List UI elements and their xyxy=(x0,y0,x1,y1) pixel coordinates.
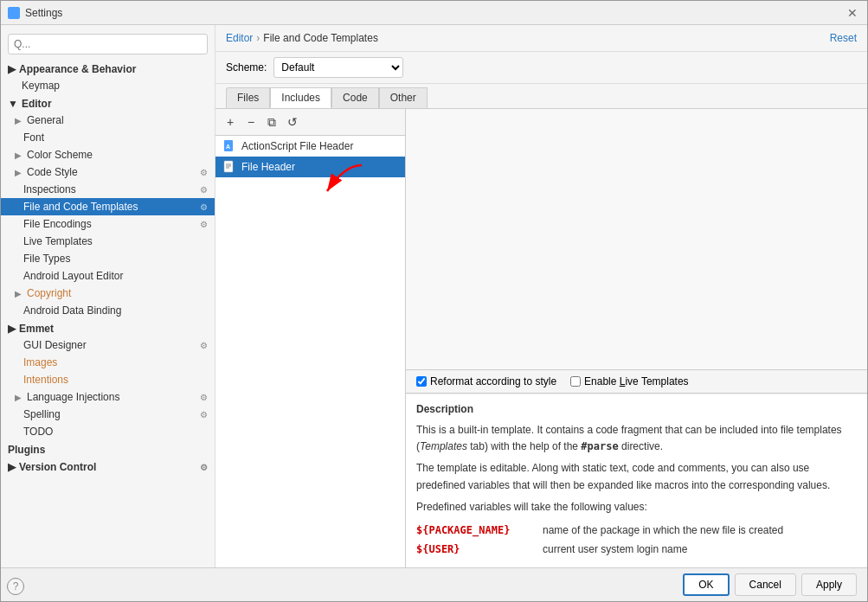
expand-arrow: ▶ xyxy=(8,63,16,75)
sidebar-item-label: Code Style xyxy=(27,166,78,178)
gear-icon: ⚙ xyxy=(200,168,208,177)
sidebar-item-label: Images xyxy=(23,356,57,368)
sidebar-item-intentions[interactable]: Intentions xyxy=(1,371,215,388)
breadcrumb-separator: › xyxy=(256,32,260,44)
scheme-select[interactable]: Default Project xyxy=(273,57,403,78)
live-templates-checkbox-label[interactable]: Enable Live Templates xyxy=(570,375,689,387)
ok-button[interactable]: OK xyxy=(683,573,729,596)
cancel-button[interactable]: Cancel xyxy=(735,573,796,596)
sidebar-item-language-injections[interactable]: ▶ Language Injections ⚙ xyxy=(1,388,215,406)
template-item-file-header[interactable]: File Header xyxy=(215,157,405,177)
sidebar-item-keymap[interactable]: Keymap xyxy=(1,77,215,94)
sidebar-item-color-scheme[interactable]: ▶ Color Scheme xyxy=(1,146,215,163)
live-templates-label: Enable Live Templates xyxy=(584,375,689,387)
tab-files[interactable]: Files xyxy=(226,87,270,108)
gear-icon: ⚙ xyxy=(200,393,208,402)
sidebar-item-plugins[interactable]: Plugins xyxy=(1,440,215,458)
svg-text:A: A xyxy=(226,144,230,150)
description-panel: Description This is a built-in template.… xyxy=(406,394,867,567)
sidebar-item-editor[interactable]: ▼ Editor xyxy=(1,94,215,112)
expand-arrow: ▶ xyxy=(15,150,23,160)
sidebar-item-copyright[interactable]: ▶ Copyright xyxy=(1,285,215,302)
expand-arrow: ▶ xyxy=(15,289,23,298)
sidebar: ▶ Appearance & Behavior Keymap ▼ Editor … xyxy=(1,25,215,567)
tab-other[interactable]: Other xyxy=(379,87,428,108)
help-button[interactable]: ? xyxy=(7,578,24,595)
copy-button[interactable]: ⧉ xyxy=(262,112,281,131)
tab-code[interactable]: Code xyxy=(331,87,379,108)
sidebar-item-appearance[interactable]: ▶ Appearance & Behavior xyxy=(1,60,215,77)
sidebar-item-label: GUI Designer xyxy=(23,339,87,351)
sidebar-item-label: Language Injections xyxy=(27,391,119,403)
reformat-checkbox-label[interactable]: Reformat according to style xyxy=(416,375,556,387)
sidebar-item-images[interactable]: Images xyxy=(1,354,215,371)
sidebar-item-font[interactable]: Font xyxy=(1,129,215,146)
app-icon xyxy=(8,7,20,19)
expand-arrow: ▶ xyxy=(15,116,23,125)
sidebar-item-inspections[interactable]: Inspections ⚙ xyxy=(1,181,215,198)
options-row: Reformat according to style Enable Live … xyxy=(406,369,867,394)
search-input[interactable] xyxy=(8,34,208,54)
reformat-checkbox[interactable] xyxy=(416,376,427,387)
sidebar-item-spelling[interactable]: Spelling ⚙ xyxy=(1,406,215,423)
editor-area: + − ⧉ ↺ A ActionScript File Header xyxy=(215,109,867,567)
gear-icon: ⚙ xyxy=(200,202,208,212)
template-file-icon: A xyxy=(222,139,236,153)
gear-icon: ⚙ xyxy=(200,185,208,195)
apply-button[interactable]: Apply xyxy=(801,573,857,596)
sidebar-item-emmet[interactable]: ▶ Emmet xyxy=(1,319,215,336)
breadcrumb: Editor › File and Code Templates Reset xyxy=(215,25,867,52)
sidebar-item-file-and-code-templates[interactable]: File and Code Templates ⚙ xyxy=(1,198,215,215)
description-text-1: This is a built-in template. It contains… xyxy=(416,422,857,455)
reset-button[interactable]: Reset xyxy=(830,32,857,44)
sidebar-item-android-layout-editor[interactable]: Android Layout Editor xyxy=(1,267,215,285)
footer: ? OK Cancel Apply xyxy=(1,567,867,601)
sidebar-item-label: File Types xyxy=(23,253,70,265)
sidebar-item-android-data-binding[interactable]: Android Data Binding xyxy=(1,302,215,319)
revert-button[interactable]: ↺ xyxy=(283,112,302,131)
expand-arrow: ▶ xyxy=(15,393,23,402)
sidebar-item-label: TODO xyxy=(23,426,53,438)
var-desc-1: name of the package in which the new fil… xyxy=(543,522,783,538)
sidebar-item-label: Inspections xyxy=(23,183,76,195)
gear-icon: ⚙ xyxy=(200,341,208,350)
gear-icon: ⚙ xyxy=(200,463,208,472)
var-row-2: ${USER} current user system login name xyxy=(416,541,857,557)
code-editor[interactable] xyxy=(406,109,867,369)
sidebar-item-label: Live Templates xyxy=(23,235,93,247)
live-templates-checkbox[interactable] xyxy=(570,376,581,387)
search-box xyxy=(1,29,215,60)
close-button[interactable]: ✕ xyxy=(845,5,860,21)
sidebar-item-version-control[interactable]: ▶ Version Control ⚙ xyxy=(1,458,215,475)
sidebar-item-live-templates[interactable]: Live Templates xyxy=(1,233,215,250)
reformat-label: Reformat according to style xyxy=(430,375,556,387)
var-name-2: ${USER} xyxy=(416,541,529,557)
toolbar: + − ⧉ ↺ xyxy=(215,109,405,136)
sidebar-item-label: Version Control xyxy=(19,461,96,473)
breadcrumb-path: Editor › File and Code Templates xyxy=(226,32,378,44)
sidebar-item-todo[interactable]: TODO xyxy=(1,423,215,440)
add-button[interactable]: + xyxy=(221,112,240,131)
tab-includes[interactable]: Includes xyxy=(270,87,331,108)
breadcrumb-current: File and Code Templates xyxy=(263,32,378,44)
sidebar-item-file-encodings[interactable]: File Encodings ⚙ xyxy=(1,215,215,233)
sidebar-item-label: Android Layout Editor xyxy=(23,270,123,282)
title-bar-left: Settings xyxy=(8,7,62,19)
description-text-3: Predefined variables will take the follo… xyxy=(416,499,857,516)
sidebar-item-code-style[interactable]: ▶ Code Style ⚙ xyxy=(1,163,215,181)
sidebar-item-label: File Encodings xyxy=(23,218,92,230)
var-row-1: ${PACKAGE_NAME} name of the package in w… xyxy=(416,522,857,538)
remove-button[interactable]: − xyxy=(241,112,260,131)
code-panel: Reformat according to style Enable Live … xyxy=(406,109,867,567)
sidebar-item-general[interactable]: ▶ General xyxy=(1,112,215,129)
sidebar-item-label: Android Data Binding xyxy=(23,304,121,317)
tabs-row: Files Includes Code Other xyxy=(215,84,867,109)
breadcrumb-parent[interactable]: Editor xyxy=(226,32,253,44)
sidebar-item-gui-designer[interactable]: GUI Designer ⚙ xyxy=(1,336,215,354)
description-text-2: The template is editable. Along with sta… xyxy=(416,460,857,493)
template-label: File Header xyxy=(241,161,295,173)
expand-arrow: ▼ xyxy=(8,98,18,110)
template-item-actionscript[interactable]: A ActionScript File Header xyxy=(215,136,405,157)
sidebar-item-file-types[interactable]: File Types xyxy=(1,250,215,267)
sidebar-item-label: Copyright xyxy=(27,287,71,299)
